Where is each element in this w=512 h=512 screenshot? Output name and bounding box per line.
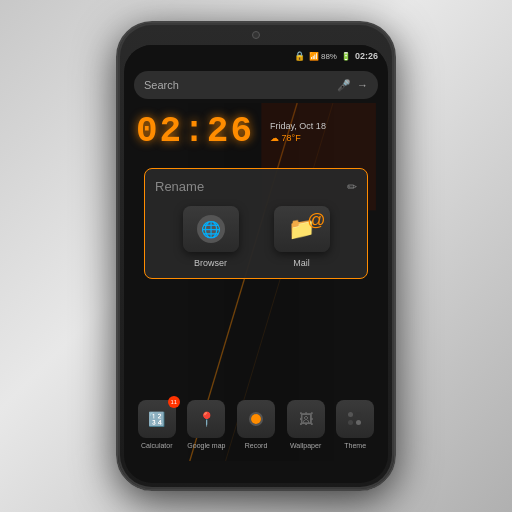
arrow-icon[interactable]: → [357,79,368,92]
calculator-label: Calculator [141,442,173,449]
rename-title: Rename [155,179,204,194]
clock-info: Friday, Oct 18 ☁ 78°F [270,121,326,143]
wallpaper-icon: 🖼 [299,411,313,427]
bottom-apps-row: 🔢 11 Calculator 📍 Google map [124,400,388,449]
theme-icon [348,412,362,426]
record-icon-wrap [237,400,275,438]
google-map-app[interactable]: 📍 Google map [187,400,225,449]
mic-icon[interactable]: 🎤 [337,79,351,92]
record-app[interactable]: Record [237,400,275,449]
theme-icon-wrap [336,400,374,438]
wallpaper-icon-wrap: 🖼 [287,400,325,438]
calculator-app[interactable]: 🔢 11 Calculator [138,400,176,449]
mail-app[interactable]: 📁 @ Mail [274,206,330,268]
clock-area: 02:26 Friday, Oct 18 ☁ 78°F [136,111,376,152]
folder-apps: 🌐 Browser 📁 @ Mail [155,206,357,268]
status-time: 02:26 [355,51,378,61]
map-label: Google map [187,442,225,449]
browser-label: Browser [194,258,227,268]
record-label: Record [245,442,268,449]
signal-icon: 📶 88% [309,52,337,61]
status-bar: 🔒 📶 88% 🔋 02:26 [124,45,388,67]
rename-header: Rename ✏ [155,179,357,194]
theme-label: Theme [344,442,366,449]
main-content: 02:26 Friday, Oct 18 ☁ 78°F Rename ✏ 🌐 [124,103,388,461]
map-icon-wrap: 📍 [187,400,225,438]
lock-icon: 🔒 [294,51,305,61]
wallpaper-app[interactable]: 🖼 Wallpaper [287,400,325,449]
at-icon: @ [307,210,325,231]
browser-app[interactable]: 🌐 Browser [183,206,239,268]
clock-weather: ☁ 78°F [270,133,326,143]
calculator-icon: 🔢 [148,411,165,427]
globe-icon: 🌐 [197,215,225,243]
record-icon [249,412,263,426]
phone-device: 🔒 📶 88% 🔋 02:26 Search 🎤 → [116,21,396,491]
clock-date: Friday, Oct 18 [270,121,326,131]
map-icon: 📍 [198,411,215,427]
rename-popup: Rename ✏ 🌐 Browser 📁 @ [144,168,368,279]
search-icons: 🎤 → [337,79,368,92]
phone-screen: 🔒 📶 88% 🔋 02:26 Search 🎤 → [124,45,388,483]
camera-dot [252,31,260,39]
browser-icon-container: 🌐 [183,206,239,252]
edit-icon[interactable]: ✏ [347,180,357,194]
mail-label: Mail [293,258,310,268]
calculator-icon-wrap: 🔢 11 [138,400,176,438]
calculator-badge: 11 [168,396,180,408]
theme-app[interactable]: Theme [336,400,374,449]
mail-icon-container: 📁 @ [274,206,330,252]
search-placeholder: Search [144,79,329,91]
battery-icon: 🔋 [341,52,351,61]
search-bar[interactable]: Search 🎤 → [134,71,378,99]
clock-time: 02:26 [136,111,254,152]
wallpaper-label: Wallpaper [290,442,321,449]
